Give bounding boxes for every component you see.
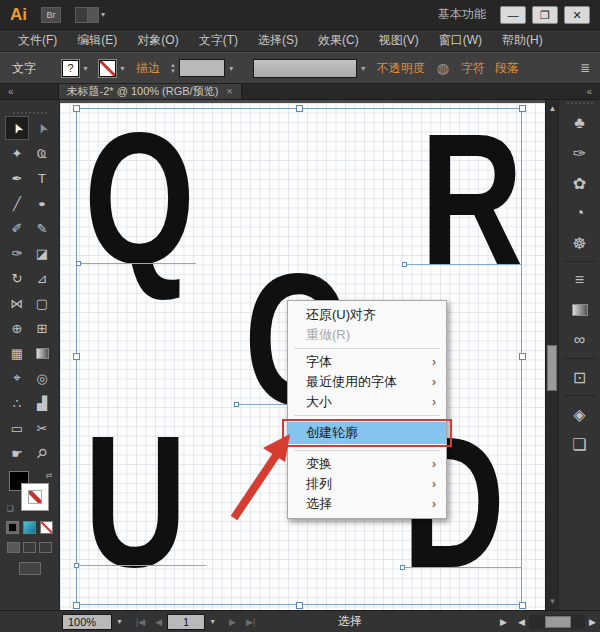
- panel-drag-handle[interactable]: [567, 102, 593, 104]
- eyedropper-tool[interactable]: ⌖: [5, 366, 29, 390]
- zoom-level-field[interactable]: 100%: [62, 614, 112, 630]
- menu-effect[interactable]: 效果(C): [308, 32, 369, 49]
- free-transform-tool[interactable]: ▢: [30, 291, 54, 315]
- lasso-tool[interactable]: Ҩ: [30, 141, 54, 165]
- mesh-tool[interactable]: ▦: [5, 341, 29, 365]
- swap-fill-stroke-icon[interactable]: ⇄: [46, 471, 53, 480]
- menu-select[interactable]: 选择(S): [248, 32, 308, 49]
- ellipse-tool[interactable]: ●: [30, 191, 54, 215]
- artboard-tool[interactable]: ▭: [5, 416, 29, 440]
- slice-tool[interactable]: ✂: [30, 416, 54, 440]
- color-guide-panel[interactable]: ◔: [563, 198, 597, 228]
- scroll-down-icon[interactable]: ▼: [547, 597, 558, 606]
- control-panel-menu-icon[interactable]: ≣: [580, 61, 590, 75]
- symbols-panel[interactable]: ♣: [563, 108, 597, 138]
- stroke-panel[interactable]: ≡: [563, 265, 597, 295]
- line-segment-tool[interactable]: ╱: [5, 191, 29, 215]
- document-tab[interactable]: 未标题-2* @ 100% (RGB/预览) ×: [58, 84, 242, 99]
- artboard-number-field[interactable]: 1: [167, 614, 205, 630]
- selection-handle[interactable]: [296, 105, 303, 112]
- draw-behind-mode-button[interactable]: [23, 542, 36, 553]
- direct-selection-tool[interactable]: ➤: [30, 116, 54, 140]
- artboards-panel[interactable]: ❏: [563, 429, 597, 459]
- appearance-panel[interactable]: ☸: [563, 228, 597, 258]
- none-button[interactable]: [40, 521, 53, 534]
- context-menu-item-recent-fonts[interactable]: 最近使用的字体›: [288, 372, 446, 392]
- context-menu-item-font[interactable]: 字体›: [288, 352, 446, 372]
- character-link[interactable]: 字符: [461, 60, 485, 77]
- menu-file[interactable]: 文件(F): [8, 32, 67, 49]
- magic-wand-tool[interactable]: ✦: [5, 141, 29, 165]
- context-menu-item-create-outlines[interactable]: 创建轮廓: [288, 422, 446, 444]
- minimize-button[interactable]: —: [500, 6, 526, 24]
- gradient-button[interactable]: [23, 521, 36, 534]
- draw-inside-mode-button[interactable]: [39, 542, 52, 553]
- brushes-panel[interactable]: ✑: [563, 138, 597, 168]
- column-graph-tool[interactable]: ▟: [30, 391, 54, 415]
- arrange-documents-caret-icon[interactable]: ▾: [101, 10, 105, 19]
- prev-artboard-icon[interactable]: ◀: [150, 617, 167, 627]
- default-fill-stroke-icon[interactable]: ❏: [7, 504, 14, 513]
- perspective-grid-tool[interactable]: ⊞: [30, 316, 54, 340]
- context-menu-item-size[interactable]: 大小›: [288, 392, 446, 412]
- stroke-weight-field[interactable]: [179, 59, 225, 77]
- scroll-right-icon[interactable]: ▶: [585, 617, 600, 627]
- draw-normal-mode-button[interactable]: [7, 542, 20, 553]
- toolbar-collapse-icon[interactable]: «: [0, 84, 22, 99]
- context-menu-item-transform[interactable]: 变换›: [288, 454, 446, 474]
- graphic-styles-panel[interactable]: ⊡: [563, 362, 597, 392]
- scroll-up-icon[interactable]: ▲: [547, 104, 558, 113]
- selection-handle[interactable]: [73, 602, 80, 609]
- context-menu-item-undo-align[interactable]: 还原(U)对齐: [288, 305, 446, 325]
- screen-mode-button[interactable]: [19, 562, 41, 575]
- menu-object[interactable]: 对象(O): [127, 32, 188, 49]
- opacity-link[interactable]: 不透明度: [377, 60, 425, 77]
- swatches-panel[interactable]: ✿: [563, 168, 597, 198]
- workspace-switcher[interactable]: 基本功能: [438, 6, 486, 23]
- stroke-proxy-swatch[interactable]: [21, 483, 49, 511]
- pen-tool[interactable]: ✒: [5, 166, 29, 190]
- selection-handle[interactable]: [296, 602, 303, 609]
- eraser-tool[interactable]: ◪: [30, 241, 54, 265]
- vertical-scrollbar[interactable]: ▲ ▼: [545, 100, 558, 610]
- symbol-sprayer-tool[interactable]: ∴: [5, 391, 29, 415]
- bridge-icon[interactable]: Br: [41, 7, 61, 23]
- type-tool[interactable]: T: [30, 166, 54, 190]
- stroke-link[interactable]: 描边: [136, 60, 160, 77]
- fill-stroke-indicator[interactable]: ⇄ ❏: [7, 471, 53, 515]
- gradient-panel[interactable]: [563, 295, 597, 325]
- rotate-tool[interactable]: ↻: [5, 266, 29, 290]
- shape-builder-tool[interactable]: ⊕: [5, 316, 29, 340]
- selection-handle[interactable]: [519, 105, 526, 112]
- baseline-handle[interactable]: [234, 402, 239, 407]
- next-artboard-icon[interactable]: ▶: [224, 617, 241, 627]
- stroke-weight-stepper[interactable]: ▲▼: [170, 62, 176, 74]
- selection-handle[interactable]: [519, 353, 526, 360]
- maximize-button[interactable]: ❐: [532, 6, 558, 24]
- fill-dropdown-icon[interactable]: ▼: [82, 65, 89, 72]
- horizontal-scrollbar[interactable]: ◀ ▶: [514, 611, 600, 632]
- pencil-tool[interactable]: ✎: [30, 216, 54, 240]
- selection-handle[interactable]: [519, 602, 526, 609]
- selection-tool[interactable]: ➤: [5, 116, 29, 140]
- context-menu-item-arrange[interactable]: 排列›: [288, 474, 446, 494]
- stroke-color-swatch[interactable]: [99, 60, 116, 77]
- style-icon[interactable]: ◍: [437, 60, 449, 76]
- baseline-handle[interactable]: [74, 563, 79, 568]
- width-profile-dropdown-icon[interactable]: ▼: [360, 65, 367, 72]
- stroke-weight-dropdown-icon[interactable]: ▼: [228, 65, 235, 72]
- first-artboard-icon[interactable]: |◀: [131, 617, 150, 627]
- zoom-tool[interactable]: ⚲: [30, 441, 54, 465]
- variable-width-profile-select[interactable]: [253, 59, 357, 78]
- hand-tool[interactable]: ☛: [5, 441, 29, 465]
- vertical-scrollbar-thumb[interactable]: [547, 345, 557, 391]
- baseline-handle[interactable]: [402, 262, 407, 267]
- blob-brush-tool[interactable]: ✑: [5, 241, 29, 265]
- arrange-documents-icon[interactable]: [75, 7, 99, 23]
- layers-panel[interactable]: ◈: [563, 399, 597, 429]
- menu-help[interactable]: 帮助(H): [492, 32, 553, 49]
- horizontal-scrollbar-thumb[interactable]: [545, 616, 571, 628]
- tools-drag-handle[interactable]: [13, 112, 47, 114]
- transparency-panel[interactable]: ∞: [563, 325, 597, 355]
- zoom-dropdown-icon[interactable]: ▼: [112, 618, 131, 625]
